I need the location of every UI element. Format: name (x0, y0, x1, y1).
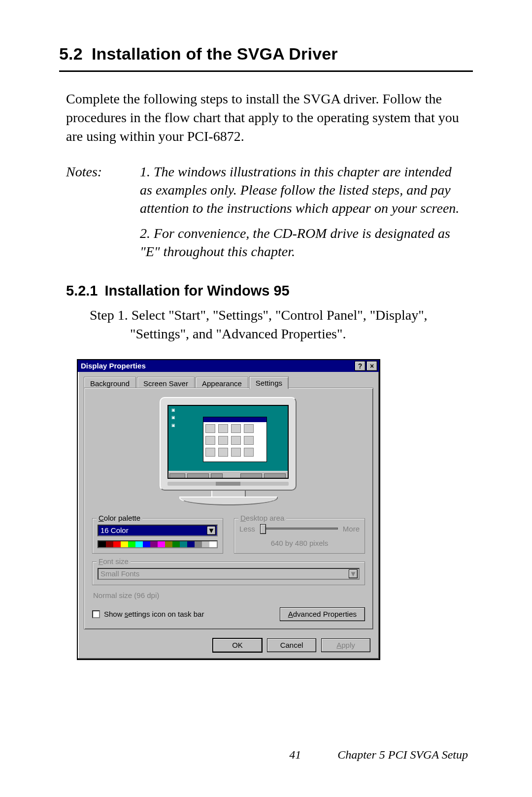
document-page: 5.2Installation of the SVGA Driver Compl… (0, 0, 532, 797)
checkbox-box[interactable] (92, 610, 100, 618)
color-palette-select[interactable]: 16 Color ▼ (98, 525, 218, 536)
palette-swatch (187, 541, 195, 547)
section-heading: 5.2Installation of the SVGA Driver (59, 44, 473, 72)
font-size-group: Font size Small Fonts ▼ (92, 562, 365, 585)
subsection-number: 5.2.1 (66, 283, 98, 299)
show-settings-checkbox[interactable]: Show settings icon on task bar (92, 610, 204, 618)
note-item: 2. For convenience, the CD-ROM drive is … (140, 225, 466, 261)
color-palette-label: Color palette (97, 514, 142, 522)
palette-swatch (195, 541, 202, 547)
tab-settings[interactable]: Settings (249, 376, 289, 389)
palette-swatch (158, 541, 165, 547)
apply-button[interactable]: Apply (321, 638, 370, 652)
palette-swatch (165, 541, 172, 547)
palette-swatch (143, 541, 150, 547)
settings-tab-page: ▣▣▣ (84, 388, 373, 630)
advanced-properties-button[interactable]: Advanced Properties (280, 607, 365, 621)
monitor-bezel: ▣▣▣ (160, 397, 297, 491)
desktop-area-slider-row: Less More (239, 525, 360, 533)
dropdown-arrow-icon: ▼ (349, 569, 358, 578)
color-palette-value: 16 Color (100, 526, 129, 534)
step-1: Step 1. Select "Start", "Settings", "Con… (66, 306, 466, 343)
dropdown-arrow-icon: ▼ (207, 526, 216, 535)
slider-thumb[interactable] (260, 524, 266, 534)
palette-swatch (99, 541, 106, 547)
display-properties-dialog: Display Properties ? × Background Screen… (77, 359, 380, 660)
palette-swatch (113, 541, 121, 547)
dialog-title: Display Properties (81, 362, 146, 370)
notes-label: Notes: (66, 163, 110, 268)
desktop-area-label: Desktop area (238, 514, 286, 522)
ok-button[interactable]: OK (213, 638, 262, 652)
notes-body: 1. The windows illustrations in this cha… (140, 163, 466, 268)
monitor-led-bar (167, 482, 289, 486)
palette-swatch (202, 541, 209, 547)
desktop-area-slider[interactable] (260, 528, 338, 530)
page-number: 41 (289, 748, 301, 762)
slider-less-label: Less (239, 525, 255, 533)
section-number: 5.2 (59, 44, 83, 63)
palette-swatch (128, 541, 135, 547)
settings-mid-row: Color palette 16 Color ▼ Desktop area Le… (92, 514, 365, 554)
palette-swatch (209, 541, 217, 547)
preview-taskbar (168, 471, 288, 478)
section-title: Installation of the SVGA Driver (92, 44, 338, 63)
palette-swatch (180, 541, 187, 547)
font-size-value: Small Fonts (100, 569, 139, 578)
dialog-button-row: OK Cancel Apply (84, 634, 373, 653)
palette-swatch (106, 541, 113, 547)
font-size-select[interactable]: Small Fonts ▼ (98, 568, 360, 580)
palette-swatch (172, 541, 180, 547)
subsection-heading: 5.2.1Installation for Windows 95 (66, 283, 466, 299)
chapter-label: Chapter 5 PCI SVGA Setup (337, 748, 468, 762)
subsection-title: Installation for Windows 95 (105, 283, 290, 299)
monitor-stand-base (179, 497, 278, 505)
slider-more-label: More (343, 525, 360, 533)
palette-swatch (121, 541, 128, 547)
note-item: 1. The windows illustrations in this cha… (140, 163, 466, 218)
tab-strip: Background Screen Saver Appearance Setti… (84, 376, 373, 389)
notes-block: Notes: 1. The windows illustrations in t… (66, 163, 466, 268)
settings-bottom-row: Show settings icon on task bar Advanced … (92, 607, 365, 621)
font-size-label: Font size (97, 557, 131, 565)
desktop-area-group: Desktop area Less More 640 by 480 pixels (234, 518, 365, 554)
titlebar[interactable]: Display Properties ? × (78, 360, 379, 372)
resolution-label: 640 by 480 pixels (239, 539, 360, 547)
desktop-icons: ▣▣▣ (171, 408, 175, 431)
palette-swatch (150, 541, 158, 547)
dialog-client: Background Screen Saver Appearance Setti… (78, 372, 379, 659)
checkbox-label: Show settings icon on task bar (104, 610, 204, 618)
monitor-preview: ▣▣▣ (92, 397, 365, 505)
dpi-label: Normal size (96 dpi) (93, 591, 364, 599)
palette-swatch (135, 541, 143, 547)
close-button[interactable]: × (366, 361, 377, 371)
page-footer: 41 Chapter 5 PCI SVGA Setup (0, 748, 532, 762)
help-button[interactable]: ? (355, 361, 366, 371)
color-palette-group: Color palette 16 Color ▼ (92, 518, 223, 554)
intro-paragraph: Complete the following steps to install … (66, 90, 466, 145)
preview-window (203, 417, 267, 462)
cancel-button[interactable]: Cancel (267, 638, 316, 652)
palette-strip (98, 540, 218, 548)
monitor-screen: ▣▣▣ (167, 405, 289, 479)
